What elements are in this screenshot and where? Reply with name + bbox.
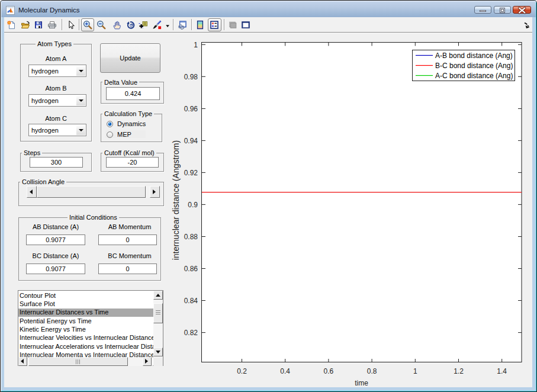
- svg-text:A-B bond distance (Ang): A-B bond distance (Ang): [435, 52, 513, 60]
- svg-text:0.98: 0.98: [184, 73, 198, 81]
- svg-text:1.4: 1.4: [497, 367, 507, 375]
- svg-text:0.82: 0.82: [184, 329, 198, 337]
- svg-text:0.84: 0.84: [184, 297, 198, 305]
- svg-text:0.2: 0.2: [237, 367, 247, 375]
- svg-text:0.96: 0.96: [184, 105, 198, 113]
- svg-text:A-C bond distance (Ang): A-C bond distance (Ang): [435, 72, 513, 80]
- svg-text:0.92: 0.92: [184, 169, 198, 177]
- svg-text:0.88: 0.88: [184, 233, 198, 241]
- svg-text:B-C bond distance (Ang): B-C bond distance (Ang): [435, 62, 513, 70]
- svg-text:0.9: 0.9: [188, 201, 198, 209]
- svg-text:0.4: 0.4: [280, 367, 290, 375]
- svg-text:time: time: [355, 379, 368, 387]
- svg-text:1: 1: [413, 367, 417, 375]
- svg-text:0.6: 0.6: [324, 367, 334, 375]
- svg-text:1.2: 1.2: [454, 367, 464, 375]
- svg-text:0.8: 0.8: [367, 367, 377, 375]
- svg-text:1: 1: [194, 41, 198, 49]
- svg-text:0.94: 0.94: [184, 137, 198, 145]
- svg-text:0.86: 0.86: [184, 265, 198, 273]
